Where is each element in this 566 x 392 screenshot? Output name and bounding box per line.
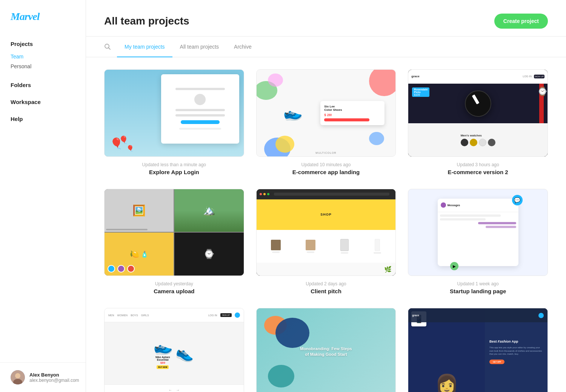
nav-section-projects: Projects Team Personal bbox=[11, 41, 75, 71]
sidebar-item-team[interactable]: Team bbox=[11, 52, 75, 61]
project-updated: Updated yesterday bbox=[104, 281, 244, 286]
logo-area: Marvel bbox=[0, 0, 86, 32]
project-card-client-pitch[interactable]: SHOP bbox=[256, 189, 396, 295]
projects-grid: 🎈 🎈 🎈 Updated less than a minute ago Exp… bbox=[104, 69, 548, 392]
project-thumb-startup: Messages 💬 bbox=[408, 189, 548, 276]
project-card-startup-landing[interactable]: Messages 💬 bbox=[408, 189, 548, 295]
nav-section-workspace: Workspace bbox=[11, 99, 75, 105]
project-thumb-nike: MEN WOMEN BOYS GIRLS LOG IN SIGN UP 👟 N bbox=[104, 308, 244, 392]
project-updated: Updated 2 days ago bbox=[256, 281, 396, 286]
main-header: All team projects Create project bbox=[86, 0, 566, 37]
sidebar: Marvel Projects Team Personal Folders Wo… bbox=[0, 0, 86, 392]
project-card-ecommerce-v2[interactable]: grace LOG IN SIGN UP ⌚ bbox=[408, 69, 548, 175]
nav-section-folders: Folders bbox=[11, 82, 75, 88]
project-thumb-fashion: 👩 📱 Best Fashion App This app lets you s… bbox=[408, 308, 548, 392]
user-name: Alex Benyon bbox=[29, 372, 79, 378]
project-updated: Updated 3 hours ago bbox=[408, 162, 548, 167]
nav-section-help: Help bbox=[11, 116, 75, 122]
project-card-monobranding[interactable]: Monobranding: Few Stepsof Making Good St… bbox=[256, 308, 396, 392]
project-card-camera-upload[interactable]: 🖼️ 🏔️ 🍋 🧴 ⌚ bbox=[104, 189, 244, 295]
project-thumb-ecom: Six LeeColor Shoes $ 28! 👟 MULTICOLOR bbox=[256, 69, 396, 157]
project-card-fashion-app[interactable]: 👩 📱 Best Fashion App This app lets you s… bbox=[408, 308, 548, 392]
nav-section-projects-title: Projects bbox=[11, 41, 75, 47]
page-title: All team projects bbox=[104, 15, 189, 27]
user-email: alex.benyon@gmail.com bbox=[29, 378, 79, 383]
project-thumb-explore: 🎈 🎈 🎈 bbox=[104, 69, 244, 157]
svg-line-4 bbox=[109, 48, 111, 50]
tabs-bar: My team projects All team projects Archi… bbox=[86, 37, 566, 57]
app-logo: Marvel bbox=[11, 11, 39, 22]
project-name: E-commerce version 2 bbox=[408, 169, 548, 175]
user-profile[interactable]: Alex Benyon alex.benyon@gmail.com bbox=[0, 362, 86, 392]
sidebar-nav: Projects Team Personal Folders Workspace… bbox=[0, 32, 86, 362]
project-thumb-client: SHOP bbox=[256, 189, 396, 276]
nav-folders-title[interactable]: Folders bbox=[11, 82, 75, 88]
tab-my-team-projects[interactable]: My team projects bbox=[117, 37, 172, 57]
project-thumb-mono: Monobranding: Few Stepsof Making Good St… bbox=[256, 308, 396, 392]
user-info: Alex Benyon alex.benyon@gmail.com bbox=[29, 372, 79, 383]
project-updated: Updated 10 minutes ago bbox=[256, 162, 396, 167]
projects-area: 🎈 🎈 🎈 Updated less than a minute ago Exp… bbox=[86, 57, 566, 392]
project-card-ecommerce-landing[interactable]: Six LeeColor Shoes $ 28! 👟 MULTICOLOR Up… bbox=[256, 69, 396, 175]
search-icon[interactable] bbox=[104, 37, 111, 57]
project-name: Startup landing page bbox=[408, 288, 548, 294]
svg-point-1 bbox=[15, 373, 20, 378]
tab-archive[interactable]: Archive bbox=[226, 37, 259, 57]
create-project-button[interactable]: Create project bbox=[494, 14, 548, 29]
project-updated: Updated less than a minute ago bbox=[104, 162, 244, 167]
sidebar-item-personal[interactable]: Personal bbox=[11, 61, 75, 71]
project-name: Camera upload bbox=[104, 288, 244, 294]
project-thumb-camera: 🖼️ 🏔️ 🍋 🧴 ⌚ bbox=[104, 189, 244, 276]
project-card-explore-app-login[interactable]: 🎈 🎈 🎈 Updated less than a minute ago Exp… bbox=[104, 69, 244, 175]
project-thumb-ecom2: grace LOG IN SIGN UP ⌚ bbox=[408, 69, 548, 157]
project-updated: Updated 1 week ago bbox=[408, 281, 548, 286]
tab-all-team-projects[interactable]: All team projects bbox=[172, 37, 226, 57]
nav-help-title[interactable]: Help bbox=[11, 116, 75, 122]
nav-workspace-title[interactable]: Workspace bbox=[11, 99, 75, 105]
project-name: Explore App Login bbox=[104, 169, 244, 175]
project-card-nike[interactable]: MEN WOMEN BOYS GIRLS LOG IN SIGN UP 👟 N bbox=[104, 308, 244, 392]
project-name: Client pitch bbox=[256, 288, 396, 294]
avatar bbox=[11, 370, 25, 384]
main-content: All team projects Create project My team… bbox=[86, 0, 566, 392]
project-name: E-commerce app landing bbox=[256, 169, 396, 175]
